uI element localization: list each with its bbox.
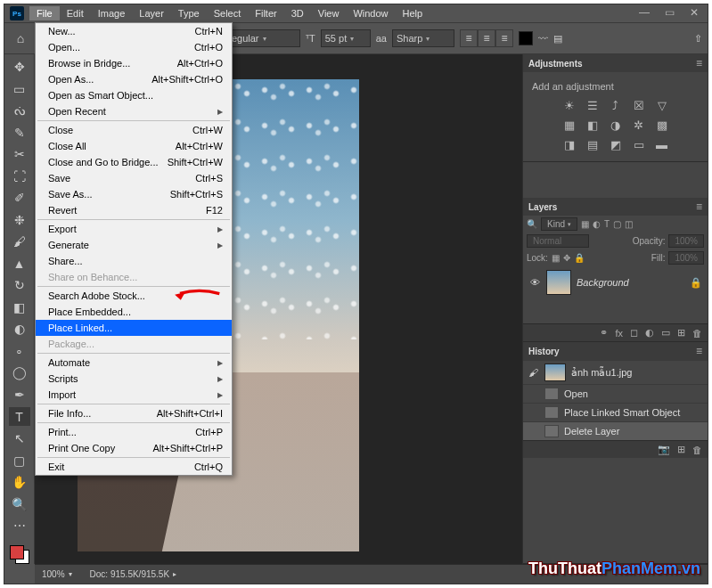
new-doc-from-state-icon[interactable]: ⊞ — [677, 444, 685, 455]
mask-icon[interactable]: ◻ — [630, 327, 638, 339]
menu-item-close-all[interactable]: Close AllAlt+Ctrl+W — [36, 138, 232, 154]
invert-icon[interactable]: ◨ — [561, 136, 577, 152]
menu-item-file-info[interactable]: File Info...Alt+Shift+Ctrl+I — [36, 405, 232, 421]
lasso-tool[interactable]: ᔔ — [9, 102, 30, 120]
curves-icon[interactable]: ⤴ — [608, 97, 624, 113]
path-select-tool[interactable]: ↖ — [9, 429, 30, 448]
menu-3d[interactable]: 3D — [284, 6, 311, 20]
visibility-icon[interactable]: 👁 — [528, 277, 541, 288]
filter-shape-icon[interactable]: ▢ — [613, 219, 621, 229]
menu-item-import[interactable]: Import — [36, 387, 232, 403]
move-tool[interactable]: ✥ — [9, 58, 30, 77]
levels-icon[interactable]: ☰ — [585, 97, 601, 113]
menu-item-place-linked[interactable]: Place Linked... — [36, 320, 232, 336]
filter-type-icon[interactable]: T — [604, 219, 610, 229]
lock-all-icon[interactable]: 🔒 — [574, 253, 585, 263]
font-size-select[interactable]: 55 pt▾ — [321, 29, 371, 47]
opacity-value[interactable]: 100% — [668, 234, 704, 248]
marquee-tool[interactable]: ▭ — [9, 80, 30, 99]
exposure-icon[interactable]: ☒ — [631, 97, 647, 113]
menu-item-search-adobe-stock[interactable]: Search Adobe Stock... — [36, 288, 232, 304]
zoom-chevron-icon[interactable]: ▾ — [69, 570, 72, 578]
ellipsis-tool[interactable]: ⋯ — [9, 517, 30, 535]
vibrance-icon[interactable]: ▽ — [654, 97, 670, 113]
menu-type[interactable]: Type — [171, 6, 207, 20]
panel-menu-icon[interactable]: ≡ — [696, 57, 702, 69]
hue-icon[interactable]: ▦ — [561, 117, 577, 133]
menu-item-automate[interactable]: Automate — [36, 355, 232, 371]
blend-mode-select[interactable]: Normal — [527, 234, 589, 248]
menu-window[interactable]: Window — [346, 6, 395, 20]
text-color-swatch[interactable] — [519, 31, 533, 45]
filter-pixel-icon[interactable]: ▦ — [581, 219, 589, 229]
menu-item-exit[interactable]: ExitCtrl+Q — [36, 459, 232, 475]
history-step[interactable]: Open — [523, 384, 708, 403]
menu-filter[interactable]: Filter — [248, 6, 283, 20]
threshold-icon[interactable]: ◩ — [608, 136, 624, 152]
menu-item-export[interactable]: Export — [36, 221, 232, 237]
menu-item-generate[interactable]: Generate — [36, 237, 232, 253]
fill-value[interactable]: 100% — [668, 251, 704, 265]
brightness-icon[interactable]: ☀ — [561, 97, 577, 113]
menu-help[interactable]: Help — [396, 6, 430, 20]
menu-view[interactable]: View — [311, 6, 347, 20]
menu-item-open-recent[interactable]: Open Recent — [36, 103, 232, 119]
color-swatch[interactable] — [10, 545, 29, 564]
layer-row[interactable]: 👁 Background 🔒 — [523, 266, 708, 298]
menu-item-close-and-go-to-bridge[interactable]: Close and Go to Bridge...Shift+Ctrl+W — [36, 154, 232, 170]
menu-item-open[interactable]: Open...Ctrl+O — [36, 39, 232, 55]
zoom-level[interactable]: 100% — [42, 569, 65, 579]
posterize-icon[interactable]: ▤ — [585, 136, 601, 152]
menu-image[interactable]: Image — [91, 6, 133, 20]
fx-icon[interactable]: fx — [615, 328, 623, 339]
panel-menu-icon[interactable]: ≡ — [696, 200, 702, 213]
history-step[interactable]: Delete Layer — [523, 421, 708, 440]
menu-item-close[interactable]: CloseCtrl+W — [36, 122, 232, 138]
menu-item-scripts[interactable]: Scripts — [36, 371, 232, 387]
selective-color-icon[interactable]: ▬ — [654, 136, 670, 152]
warp-text-icon[interactable]: 〰 — [538, 33, 548, 44]
history-brush-tool[interactable]: ↻ — [9, 276, 30, 295]
align-left-button[interactable]: ≡ — [460, 29, 478, 47]
share-icon[interactable]: ⇧ — [694, 33, 702, 45]
dodge-tool[interactable]: ◯ — [9, 363, 30, 382]
gradient-map-icon[interactable]: ▭ — [631, 136, 647, 152]
history-brush-source-icon[interactable]: 🖌 — [528, 367, 539, 378]
pen-tool[interactable]: ✒ — [9, 386, 30, 404]
align-center-button[interactable]: ≡ — [478, 29, 495, 47]
frame-tool[interactable]: ⛶ — [9, 167, 30, 186]
blur-tool[interactable]: ∘ — [9, 342, 30, 361]
menu-file[interactable]: File — [29, 6, 60, 20]
adj-layer-icon[interactable]: ◐ — [645, 327, 654, 339]
link-layers-icon[interactable]: ⚭ — [600, 327, 608, 339]
zoom-tool[interactable]: 🔍 — [9, 494, 30, 513]
menu-item-save-as[interactable]: Save As...Shift+Ctrl+S — [36, 186, 232, 202]
brush-tool[interactable]: 🖌 — [9, 233, 30, 251]
menu-item-new[interactable]: New...Ctrl+N — [36, 23, 232, 39]
menu-edit[interactable]: Edit — [60, 6, 91, 20]
gradient-tool[interactable]: ◐ — [9, 320, 30, 339]
menu-item-share[interactable]: Share... — [36, 253, 232, 269]
type-tool[interactable]: T — [9, 407, 30, 426]
close-button[interactable]: ✕ — [686, 6, 702, 19]
rectangle-tool[interactable]: ▢ — [9, 451, 30, 470]
hand-tool[interactable]: ✋ — [9, 473, 30, 492]
stamp-tool[interactable]: ▲ — [9, 255, 30, 274]
bw-icon[interactable]: ◧ — [585, 117, 601, 133]
panel-menu-icon[interactable]: ≡ — [696, 345, 702, 357]
color-lookup-icon[interactable]: ▩ — [654, 117, 670, 133]
menu-item-save[interactable]: SaveCtrl+S — [36, 170, 232, 186]
new-layer-icon[interactable]: ⊞ — [677, 327, 685, 339]
menu-item-browse-in-bridge[interactable]: Browse in Bridge...Alt+Ctrl+O — [36, 55, 232, 71]
heal-tool[interactable]: ❉ — [9, 211, 30, 230]
menu-item-print[interactable]: Print...Ctrl+P — [36, 424, 232, 440]
panels-icon[interactable]: ▤ — [553, 33, 562, 45]
eyedropper-tool[interactable]: ✐ — [9, 189, 30, 208]
menu-item-revert[interactable]: RevertF12 — [36, 202, 232, 218]
channel-mixer-icon[interactable]: ✲ — [631, 117, 647, 133]
group-icon[interactable]: ▭ — [661, 327, 670, 339]
crop-tool[interactable]: ✂ — [9, 145, 30, 164]
maximize-button[interactable]: ▭ — [661, 6, 677, 19]
menu-select[interactable]: Select — [207, 6, 249, 20]
menu-item-open-as-smart-object[interactable]: Open as Smart Object... — [36, 87, 232, 103]
